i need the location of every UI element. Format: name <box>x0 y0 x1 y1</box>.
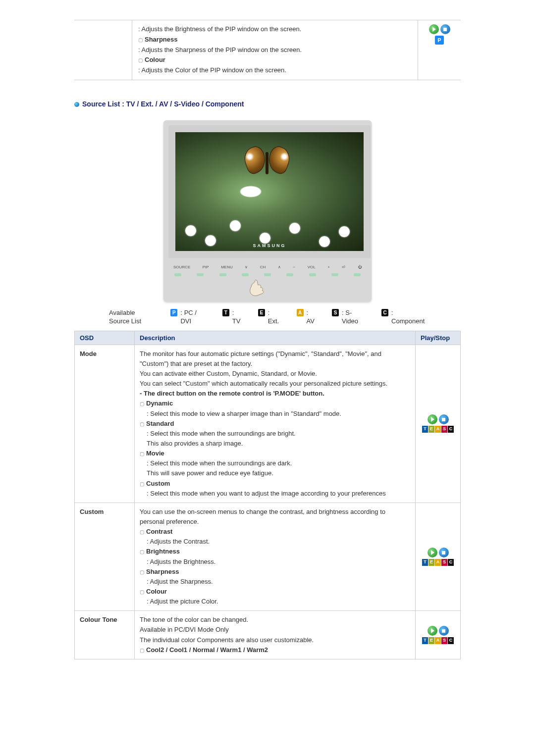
ctrl-vol: VOL <box>308 265 316 269</box>
legend-badge-p: P <box>170 309 177 316</box>
pip-description-cell: : Adjusts the Brightness of the PIP wind… <box>132 20 418 80</box>
source-badge: A <box>435 559 441 566</box>
ctrl-menu: MENU <box>221 265 233 269</box>
playstop-cell: TEASC <box>416 611 461 659</box>
teasc-badges: TEASC <box>422 559 454 566</box>
bullet-icon: ▢ <box>140 481 144 487</box>
stop-icon[interactable] <box>439 626 449 636</box>
option-header: ▢Colour <box>140 587 410 597</box>
option-header: ▢Movie <box>140 449 410 458</box>
bullet-icon: ▢ <box>140 549 144 554</box>
legend-text-p: : PC / DVI <box>180 309 207 326</box>
legend-text-a: : AV <box>307 309 317 326</box>
description-cell: The tone of the color can be changed.Ava… <box>135 611 416 659</box>
legend-text-t: : TV <box>232 309 243 326</box>
source-badge: S <box>441 559 447 566</box>
bullet-icon: ▢ <box>140 421 144 427</box>
table-row: Colour ToneThe tone of the color can be … <box>75 611 461 659</box>
teasc-badges: TEASC <box>422 426 454 433</box>
ctrl-ch-up: ∧ <box>278 265 281 269</box>
monitor-controls: SOURCE PIP MENU ∨ CH ∧ − VOL + ⏎ ⏻ <box>168 265 367 269</box>
play-icon[interactable] <box>428 548 437 557</box>
play-icon[interactable] <box>428 414 437 424</box>
option-name: Standard <box>146 420 174 427</box>
pip-osd-cell <box>74 20 132 80</box>
option-name: Colour <box>146 588 167 595</box>
option-name: Custom <box>146 480 170 487</box>
th-description: Description <box>135 331 416 345</box>
legend-text-c: : Component <box>391 309 426 326</box>
osd-cell: Mode <box>75 345 135 503</box>
pip-brightness-desc: : Adjusts the Brightness of the PIP wind… <box>138 24 412 35</box>
bullet-icon: ▢ <box>138 57 143 63</box>
th-osd: OSD <box>75 331 135 345</box>
section-title-text: Source List : TV / Ext. / AV / S-Video /… <box>82 100 244 108</box>
stop-icon[interactable] <box>439 548 449 557</box>
ctrl-vol-down: − <box>293 265 295 269</box>
option-name: Movie <box>146 450 164 457</box>
teasc-badges: TEASC <box>422 637 454 644</box>
ctrl-power: ⏻ <box>358 265 362 269</box>
playstop-cell: TEASC <box>416 345 461 503</box>
play-icon[interactable] <box>429 24 439 34</box>
option-header: ▢Standard <box>140 419 410 429</box>
legend-badge-a: A <box>297 309 304 316</box>
description-line: You can activate either Custom, Dynamic,… <box>140 369 410 379</box>
option-desc: : Adjust the Sharpness. <box>147 577 410 587</box>
option-desc: : Adjusts the Brightness. <box>147 557 410 567</box>
option-name: Contrast <box>146 528 172 535</box>
option-header: ▢Dynamic <box>140 399 410 408</box>
pip-settings-row: : Adjusts the Brightness of the PIP wind… <box>74 20 461 80</box>
legend-badge-c: C <box>381 309 388 316</box>
stop-icon[interactable] <box>439 414 449 424</box>
option-header: ▢Brightness <box>140 547 410 556</box>
legend-label: Available Source List <box>109 309 156 326</box>
source-badge: E <box>428 559 434 566</box>
stop-icon[interactable] <box>440 24 450 34</box>
option-desc: : Adjusts the Contrast. <box>147 537 410 547</box>
section-bullet-icon <box>74 102 79 107</box>
monitor-brand: SAMSUNG <box>253 243 286 248</box>
description-line: The tone of the color can be changed. <box>140 615 410 625</box>
source-badge: A <box>435 426 441 433</box>
option-name: Sharpness <box>146 568 179 575</box>
bullet-icon: ▢ <box>140 648 144 653</box>
bullet-icon: ▢ <box>140 529 144 535</box>
ctrl-ch-down: ∨ <box>245 265 248 269</box>
option-desc: : Select this mode when the surroundings… <box>147 458 410 468</box>
source-badge: T <box>422 637 428 644</box>
option-header: ▢Contrast <box>140 527 410 537</box>
option-name: Brightness <box>146 548 180 555</box>
osd-cell: Custom <box>75 503 135 610</box>
source-badge: C <box>448 559 454 566</box>
option-desc: : Adjust the picture Color. <box>147 597 410 606</box>
option-desc: This will save power and reduce eye fati… <box>147 468 410 478</box>
bullet-icon: ▢ <box>140 451 144 456</box>
source-badge: E <box>428 426 434 433</box>
source-badge: S <box>441 637 447 644</box>
legend-badge-s: S <box>332 309 339 316</box>
bullet-icon: ▢ <box>140 401 144 406</box>
description-cell: The monitor has four automatic picture s… <box>135 345 416 503</box>
source-badge: T <box>422 559 428 566</box>
legend-badge-t: T <box>222 309 229 316</box>
option-name: Cool2 / Cool1 / Normal / Warm1 / Warm2 <box>146 646 268 654</box>
table-row: CustomYou can use the on-screen menus to… <box>75 503 461 610</box>
option-header: ▢Custom <box>140 479 410 489</box>
description-line: The individual color Components are also… <box>140 635 410 645</box>
pip-colour-desc: : Adjusts the Color of the PIP window on… <box>138 65 412 76</box>
option-header: ▢Cool2 / Cool1 / Normal / Warm1 / Warm2 <box>140 645 410 655</box>
legend-badge-e: E <box>258 309 265 316</box>
legend-text-e: : Ext. <box>268 309 282 326</box>
pip-sharpness-label: Sharpness <box>145 36 177 43</box>
monitor-lights <box>168 273 367 276</box>
option-desc: : Select this mode to view a sharper ima… <box>147 409 410 419</box>
play-icon[interactable] <box>428 626 437 636</box>
source-badge: C <box>448 426 454 433</box>
option-desc: : Select this mode when you want to adju… <box>147 489 410 499</box>
ctrl-source: SOURCE <box>173 265 190 269</box>
monitor-illustration: SAMSUNG SOURCE PIP MENU ∨ CH ∧ − VOL + ⏎… <box>74 120 461 302</box>
source-badge: C <box>448 637 454 644</box>
source-badge: E <box>428 637 434 644</box>
option-header: ▢Sharpness <box>140 567 410 577</box>
